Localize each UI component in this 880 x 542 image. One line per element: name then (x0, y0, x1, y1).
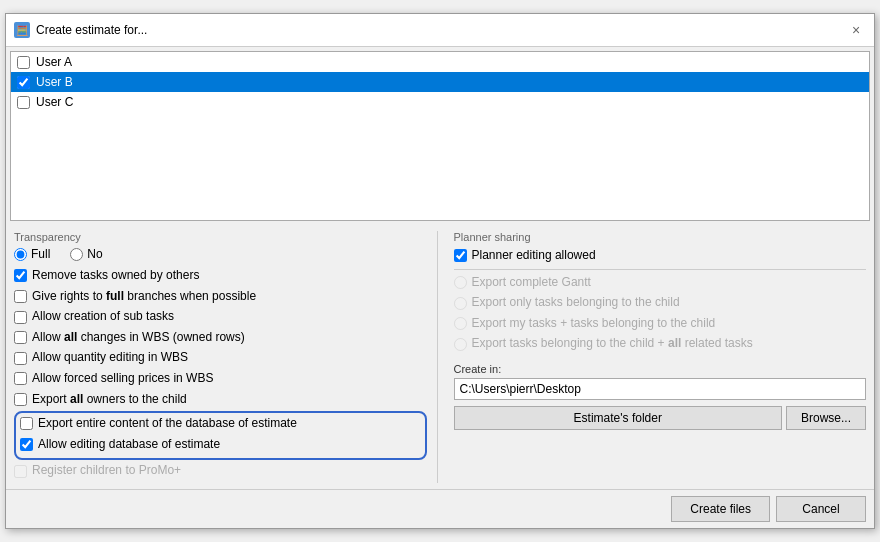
browse-row: Estimate's folder Browse... (454, 406, 867, 430)
opt-register-children-checkbox[interactable] (14, 465, 27, 478)
dialog-title: Create estimate for... (36, 23, 147, 37)
title-bar-left: 🧮 Create estimate for... (14, 22, 147, 38)
cancel-button[interactable]: Cancel (776, 496, 866, 522)
opt-export-owners-checkbox[interactable] (14, 393, 27, 406)
export-gantt-radio[interactable] (454, 276, 467, 289)
export-related-label: Export tasks belonging to the child + al… (472, 336, 753, 352)
opt-all-changes-checkbox[interactable] (14, 331, 27, 344)
opt-forced-selling[interactable]: Allow forced selling prices in WBS (14, 370, 427, 388)
footer-bar: Create files Cancel (6, 489, 874, 528)
estimates-folder-button[interactable]: Estimate's folder (454, 406, 783, 430)
opt-allow-editing-checkbox[interactable] (20, 438, 33, 451)
transparency-full-radio[interactable] (14, 248, 27, 261)
opt-export-owners-label: Export all owners to the child (32, 392, 187, 408)
opt-register-children-label: Register children to ProMo+ (32, 463, 181, 479)
transparency-radio-row: Full No (14, 247, 427, 261)
opt-quantity-editing[interactable]: Allow quantity editing in WBS (14, 349, 427, 367)
browse-button[interactable]: Browse... (786, 406, 866, 430)
right-options: Planner sharing Planner editing allowed … (438, 231, 867, 483)
opt-remove-tasks[interactable]: Remove tasks owned by others (14, 267, 427, 285)
create-in-input[interactable] (454, 378, 867, 400)
opt-remove-tasks-checkbox[interactable] (14, 269, 27, 282)
opt-sub-tasks-label: Allow creation of sub tasks (32, 309, 174, 325)
export-related-radio[interactable] (454, 338, 467, 351)
opt-export-gantt[interactable]: Export complete Gantt (454, 274, 867, 292)
opt-give-rights-checkbox[interactable] (14, 290, 27, 303)
export-my-tasks-label: Export my tasks + tasks belonging to the… (472, 316, 716, 332)
transparency-full-label[interactable]: Full (31, 247, 50, 261)
opt-allow-editing[interactable]: Allow editing database of estimate (20, 436, 421, 454)
opt-forced-selling-label: Allow forced selling prices in WBS (32, 371, 213, 387)
opt-give-rights-label: Give rights to full branches when possib… (32, 289, 256, 305)
divider-1 (454, 269, 867, 270)
user-item-c[interactable]: User C (11, 92, 869, 112)
opt-export-db-label: Export entire content of the database of… (38, 416, 297, 432)
opt-forced-selling-checkbox[interactable] (14, 372, 27, 385)
opt-all-changes-label: Allow all changes in WBS (owned rows) (32, 330, 245, 346)
transparency-label: Transparency (14, 231, 427, 243)
opt-sub-tasks[interactable]: Allow creation of sub tasks (14, 308, 427, 326)
export-child-radio[interactable] (454, 297, 467, 310)
close-button[interactable]: × (846, 20, 866, 40)
user-c-label[interactable]: User C (36, 95, 73, 109)
export-my-tasks-radio[interactable] (454, 317, 467, 330)
create-files-button[interactable]: Create files (671, 496, 770, 522)
opt-quantity-checkbox[interactable] (14, 352, 27, 365)
highlighted-group: Export entire content of the database of… (14, 411, 427, 460)
create-estimate-dialog: 🧮 Create estimate for... × User A User B… (5, 13, 875, 529)
all-bold-2: all (70, 392, 83, 406)
opt-allow-editing-label: Allow editing database of estimate (38, 437, 220, 453)
left-options: Transparency Full No Remove tasks owned … (14, 231, 438, 483)
user-b-checkbox[interactable] (17, 76, 30, 89)
opt-export-owners[interactable]: Export all owners to the child (14, 391, 427, 409)
user-item-b[interactable]: User B (11, 72, 869, 92)
planner-editing-checkbox[interactable] (454, 249, 467, 262)
opt-export-db-checkbox[interactable] (20, 417, 33, 430)
opt-all-changes[interactable]: Allow all changes in WBS (owned rows) (14, 329, 427, 347)
user-a-checkbox[interactable] (17, 56, 30, 69)
full-bold: full (106, 289, 124, 303)
opt-register-children[interactable]: Register children to ProMo+ (14, 462, 427, 480)
opt-quantity-label: Allow quantity editing in WBS (32, 350, 188, 366)
export-gantt-label: Export complete Gantt (472, 275, 591, 291)
export-child-label: Export only tasks belonging to the child (472, 295, 680, 311)
opt-sub-tasks-checkbox[interactable] (14, 311, 27, 324)
planner-editing-allowed[interactable]: Planner editing allowed (454, 247, 867, 265)
create-in-label: Create in: (454, 363, 867, 375)
transparency-no[interactable]: No (70, 247, 102, 261)
opt-export-only-child[interactable]: Export only tasks belonging to the child (454, 294, 867, 312)
user-c-checkbox[interactable] (17, 96, 30, 109)
all-bold-1: all (64, 330, 77, 344)
transparency-full[interactable]: Full (14, 247, 50, 261)
opt-remove-tasks-label: Remove tasks owned by others (32, 268, 199, 284)
options-area: Transparency Full No Remove tasks owned … (6, 225, 874, 489)
title-bar: 🧮 Create estimate for... × (6, 14, 874, 47)
opt-export-my-tasks[interactable]: Export my tasks + tasks belonging to the… (454, 315, 867, 333)
dialog-icon: 🧮 (14, 22, 30, 38)
user-list: User A User B User C (10, 51, 870, 221)
planner-editing-label: Planner editing allowed (472, 248, 596, 264)
planner-sharing-label: Planner sharing (454, 231, 867, 243)
user-b-label[interactable]: User B (36, 75, 73, 89)
transparency-no-radio[interactable] (70, 248, 83, 261)
user-a-label[interactable]: User A (36, 55, 72, 69)
opt-export-related[interactable]: Export tasks belonging to the child + al… (454, 335, 867, 353)
all-bold-3: all (668, 336, 681, 350)
user-item-a[interactable]: User A (11, 52, 869, 72)
opt-give-rights[interactable]: Give rights to full branches when possib… (14, 288, 427, 306)
opt-export-db[interactable]: Export entire content of the database of… (20, 415, 421, 433)
transparency-no-label[interactable]: No (87, 247, 102, 261)
